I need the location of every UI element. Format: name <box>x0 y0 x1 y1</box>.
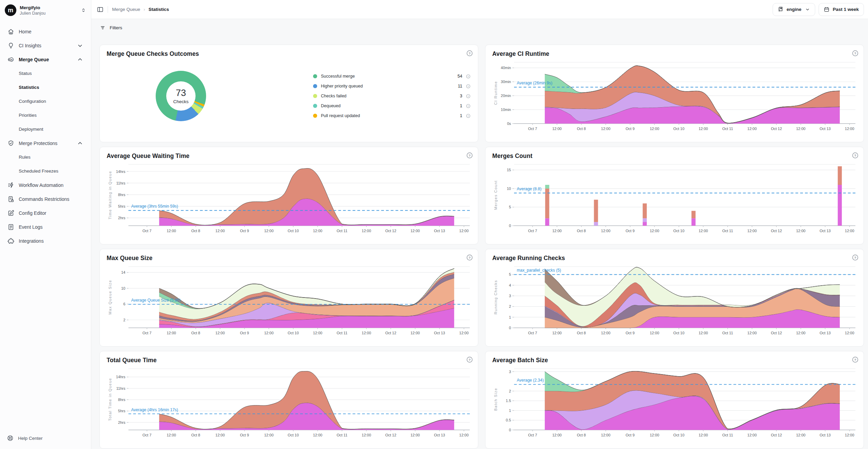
svg-text:i: i <box>468 95 469 97</box>
help-icon[interactable]: ? <box>466 152 473 159</box>
legend-item: Dequeued1i <box>313 102 470 110</box>
svg-text:i: i <box>468 85 469 87</box>
org-switcher[interactable]: m Mergifyio Julien Danjou <box>0 0 91 20</box>
svg-text:12:00: 12:00 <box>459 433 469 437</box>
sidebar-item-commands-restrictions[interactable]: Commands Restrictions <box>4 192 87 206</box>
breadcrumb-section[interactable]: Merge Queue <box>112 7 140 12</box>
svg-text:12:00: 12:00 <box>699 127 708 131</box>
sidebar-item-ci-insights[interactable]: CI Insights <box>4 38 87 52</box>
svg-text:11hrs: 11hrs <box>116 386 125 390</box>
help-icon[interactable]: ? <box>466 356 473 363</box>
sidebar-item-home[interactable]: Home <box>4 25 87 38</box>
svg-text:m: m <box>10 58 13 61</box>
help-icon[interactable]: ? <box>852 50 858 57</box>
chart-ci-runtime: 0s10min20min30min40minOct 712:00Oct 812:… <box>492 60 857 136</box>
donut-center-label: Checks <box>173 99 188 104</box>
sidebar-item-label: Integrations <box>19 238 44 244</box>
sidebar-item-rules[interactable]: Rules <box>4 150 87 164</box>
svg-text:12:00: 12:00 <box>362 229 371 233</box>
sidebar-item-label: Config Editor <box>19 210 46 216</box>
svg-text:0: 0 <box>509 326 511 330</box>
svg-text:12:00: 12:00 <box>362 433 371 437</box>
svg-text:Oct 11: Oct 11 <box>722 433 733 437</box>
svg-text:12:00: 12:00 <box>845 127 854 131</box>
sidebar-item-scheduled-freezes[interactable]: Scheduled Freezes <box>4 164 87 178</box>
help-center-button[interactable]: Help Center <box>0 429 91 449</box>
sidebar-toggle-icon[interactable] <box>97 6 104 13</box>
legend-value: 11 <box>458 84 462 89</box>
help-icon[interactable]: ? <box>852 152 858 159</box>
sidebar-item-merge-protections[interactable]: Merge Protections <box>4 136 87 150</box>
info-icon[interactable]: i <box>466 104 470 108</box>
main-area: Merge Queue › Statistics engine Past 1 w… <box>91 0 868 449</box>
donut-center-value: 73 <box>176 88 186 98</box>
svg-text:12:00: 12:00 <box>747 433 757 437</box>
sidebar: m Mergifyio Julien Danjou HomeCI Insight… <box>0 0 91 449</box>
svg-text:12:00: 12:00 <box>845 331 854 335</box>
svg-text:?: ? <box>854 51 856 55</box>
sidebar-item-status[interactable]: Status <box>4 66 87 80</box>
sidebar-item-label: Event Logs <box>19 224 43 230</box>
svg-text:12:00: 12:00 <box>601 127 610 131</box>
svg-text:5: 5 <box>509 272 511 276</box>
legend-label: Successful merge <box>321 74 355 79</box>
info-icon[interactable]: i <box>466 94 470 98</box>
svg-text:8hrs: 8hrs <box>118 193 126 197</box>
legend-label: Dequeued <box>321 103 341 108</box>
average-line-label: Average (3hrs 55min 59s) <box>131 204 178 209</box>
svg-text:0.5: 0.5 <box>506 418 511 422</box>
help-icon[interactable]: ? <box>466 50 473 57</box>
sidebar-item-event-logs[interactable]: Event Logs <box>4 220 87 234</box>
repository-select-label: engine <box>787 7 802 12</box>
help-icon[interactable]: ? <box>852 254 858 261</box>
outcomes-legend: Successful merge54iHigher priority queue… <box>313 73 471 119</box>
svg-text:i: i <box>468 75 469 77</box>
life-buoy-icon <box>7 435 14 442</box>
svg-text:Oct 8: Oct 8 <box>577 127 586 131</box>
svg-text:Oct 8: Oct 8 <box>577 229 586 233</box>
svg-text:5: 5 <box>509 205 511 209</box>
card-max-queue: Max Queue Size?261014Oct 712:00Oct 812:0… <box>99 249 478 347</box>
svg-text:?: ? <box>468 51 470 55</box>
outcomes-donut: 73Checks <box>156 71 206 121</box>
average-line-label: Average Queue Size (5.96) <box>131 298 181 303</box>
sidebar-item-config-editor[interactable]: Config Editor <box>4 206 87 220</box>
svg-text:Oct 8: Oct 8 <box>577 433 586 437</box>
svg-text:12:00: 12:00 <box>264 331 274 335</box>
svg-text:Oct 13: Oct 13 <box>434 331 445 335</box>
org-switcher-updown-icon <box>81 7 86 13</box>
filters-button[interactable]: Filters <box>110 25 122 30</box>
sidebar-item-statistics[interactable]: Statistics <box>4 80 87 94</box>
help-icon[interactable]: ? <box>852 356 858 363</box>
chevron-down-icon <box>77 42 83 49</box>
svg-text:Oct 13: Oct 13 <box>820 433 831 437</box>
svg-text:Time Waiting in Queue: Time Waiting in Queue <box>108 171 112 220</box>
svg-text:12:00: 12:00 <box>410 433 420 437</box>
svg-text:2hrs: 2hrs <box>118 420 126 424</box>
time-range-button[interactable]: Past 1 week <box>819 3 864 16</box>
sidebar-item-priorities[interactable]: Priorities <box>4 108 87 122</box>
breadcrumb-page: Statistics <box>149 7 169 12</box>
svg-text:12:00: 12:00 <box>264 229 274 233</box>
info-icon[interactable]: i <box>466 84 470 89</box>
info-icon[interactable]: i <box>466 74 470 79</box>
sidebar-item-label: Commands Restrictions <box>19 196 69 202</box>
help-icon[interactable]: ? <box>466 254 473 261</box>
svg-text:i: i <box>468 105 469 107</box>
svg-text:10: 10 <box>507 187 511 191</box>
sidebar-item-workflow-automation[interactable]: Workflow Automation <box>4 178 87 192</box>
svg-text:12:00: 12:00 <box>410 331 420 335</box>
repository-select[interactable]: engine <box>773 3 816 16</box>
legend-label: Checks failed <box>321 94 346 98</box>
legend-dot <box>313 74 317 78</box>
sidebar-item-integrations[interactable]: Integrations <box>4 234 87 248</box>
svg-text:10min: 10min <box>501 108 511 112</box>
svg-text:Oct 7: Oct 7 <box>528 331 537 335</box>
sidebar-item-configuration[interactable]: Configuration <box>4 94 87 108</box>
info-icon[interactable]: i <box>466 114 470 118</box>
card-title: Max Queue Size <box>107 255 471 262</box>
sidebar-item-deployment[interactable]: Deployment <box>4 122 87 136</box>
svg-text:?: ? <box>854 358 856 362</box>
svg-text:12:00: 12:00 <box>459 331 469 335</box>
sidebar-item-merge-queue[interactable]: mMerge Queue <box>4 52 87 66</box>
